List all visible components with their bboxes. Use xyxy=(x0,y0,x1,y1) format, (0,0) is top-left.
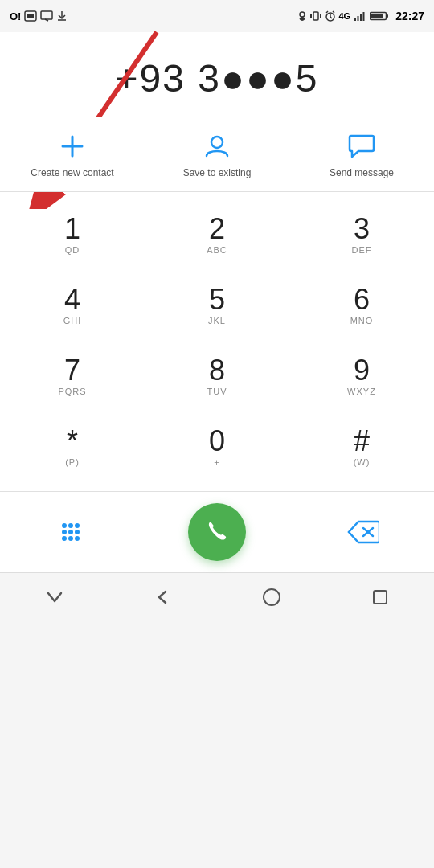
key-5-number: 5 xyxy=(209,285,225,314)
create-new-contact-button[interactable]: Create new contact xyxy=(0,130,145,178)
key-6-letters: MNO xyxy=(350,316,374,327)
screen-icon xyxy=(40,10,53,22)
svg-rect-15 xyxy=(354,18,356,21)
status-right-icons: 4G 22:27 xyxy=(297,10,425,23)
key-9-letters: WXYZ xyxy=(347,387,376,398)
key-1-letters: QD xyxy=(65,245,80,256)
svg-line-14 xyxy=(333,11,334,13)
svg-rect-16 xyxy=(358,16,359,21)
back-icon xyxy=(154,588,172,606)
dialpad-grid: 1 QD 2 ABC 3 DEF 4 GHI 5 JKL 6 MNO 7 PQR… xyxy=(0,200,434,483)
person-icon xyxy=(201,130,233,162)
backspace-icon xyxy=(347,520,379,544)
phone-display: +93 3●●●5 xyxy=(0,32,434,117)
key-star-letters: (P) xyxy=(65,457,80,469)
vibrate-icon xyxy=(310,10,321,22)
nav-recent-button[interactable] xyxy=(360,581,400,613)
svg-rect-20 xyxy=(371,14,383,18)
alarm-icon xyxy=(325,10,336,22)
sim-icon xyxy=(24,10,37,22)
nav-back-button[interactable] xyxy=(143,581,183,613)
chevron-down-icon xyxy=(45,591,64,604)
signal-4g-icon: 4G xyxy=(339,11,351,21)
time-display: 22:27 xyxy=(395,10,424,23)
signal-bars-icon xyxy=(354,11,366,21)
key-7-number: 7 xyxy=(64,356,80,385)
svg-point-33 xyxy=(62,536,67,541)
key-2-number: 2 xyxy=(209,215,225,244)
svg-point-32 xyxy=(75,530,80,534)
key-hash[interactable]: # (W) xyxy=(289,412,434,483)
svg-rect-21 xyxy=(387,14,388,18)
send-message-label: Send message xyxy=(330,167,394,178)
dialpad-dots-icon xyxy=(56,518,85,547)
svg-line-13 xyxy=(326,11,328,13)
key-7-letters: PQRS xyxy=(58,387,86,398)
key-0-letters: + xyxy=(214,457,219,469)
phone-number: +93 3●●●5 xyxy=(16,56,418,100)
svg-point-27 xyxy=(62,523,67,528)
svg-point-30 xyxy=(62,530,67,534)
svg-rect-17 xyxy=(360,14,362,21)
key-1[interactable]: 1 QD xyxy=(0,200,145,271)
dialpad-container: 1 QD 2 ABC 3 DEF 4 GHI 5 JKL 6 MNO 7 PQR… xyxy=(0,192,434,491)
svg-point-34 xyxy=(68,536,73,541)
nav-dropdown-button[interactable] xyxy=(35,581,75,613)
key-8[interactable]: 8 TUV xyxy=(145,342,289,412)
key-3-letters: DEF xyxy=(352,245,372,256)
home-circle-icon xyxy=(262,588,281,607)
key-3[interactable]: 3 DEF xyxy=(289,200,434,271)
backspace-button[interactable] xyxy=(339,508,387,556)
location-icon xyxy=(297,10,307,22)
key-4-number: 4 xyxy=(64,285,80,314)
svg-rect-1 xyxy=(27,14,34,18)
key-0[interactable]: 0 + xyxy=(145,412,289,483)
svg-point-29 xyxy=(75,523,80,528)
nav-home-button[interactable] xyxy=(252,581,292,613)
nav-bar xyxy=(0,572,434,620)
save-to-existing-label: Save to existing xyxy=(183,167,252,178)
action-row: Create new contact Save to existing Send… xyxy=(0,117,434,192)
download-icon xyxy=(56,10,68,22)
key-9-number: 9 xyxy=(354,356,370,385)
key-6[interactable]: 6 MNO xyxy=(289,271,434,342)
call-button[interactable] xyxy=(188,503,246,561)
svg-point-6 xyxy=(300,12,305,17)
key-5[interactable]: 5 JKL xyxy=(145,271,289,342)
key-2-letters: ABC xyxy=(207,245,227,256)
key-star-number: * xyxy=(67,427,78,456)
svg-line-12 xyxy=(330,17,332,18)
svg-rect-2 xyxy=(41,11,52,19)
key-0-number: 0 xyxy=(209,427,225,456)
svg-point-31 xyxy=(68,530,73,534)
phone-icon xyxy=(203,518,231,547)
status-left-icons: O! xyxy=(10,10,68,23)
key-2[interactable]: 2 ABC xyxy=(145,200,289,271)
key-6-number: 6 xyxy=(354,285,370,314)
chat-icon xyxy=(346,130,378,162)
key-8-letters: TUV xyxy=(207,387,227,398)
save-to-existing-button[interactable]: Save to existing xyxy=(145,130,289,178)
key-4-letters: GHI xyxy=(63,316,82,327)
send-message-button[interactable]: Send message xyxy=(289,130,434,178)
key-1-number: 1 xyxy=(64,215,80,244)
plus-icon xyxy=(56,130,88,162)
recent-square-icon xyxy=(371,588,389,606)
key-hash-number: # xyxy=(354,427,370,456)
svg-point-35 xyxy=(75,536,80,541)
key-7[interactable]: 7 PQRS xyxy=(0,342,145,412)
create-new-contact-label: Create new contact xyxy=(31,167,113,178)
svg-point-38 xyxy=(264,589,280,605)
battery-icon xyxy=(370,11,389,21)
bottom-actions xyxy=(0,491,434,572)
key-4[interactable]: 4 GHI xyxy=(0,271,145,342)
o-icon: O! xyxy=(10,10,21,23)
svg-rect-18 xyxy=(363,12,365,21)
key-3-number: 3 xyxy=(354,215,370,244)
dialpad-toggle-button[interactable] xyxy=(47,508,95,556)
status-bar: O! 4G xyxy=(0,0,434,32)
key-star[interactable]: * (P) xyxy=(0,412,145,483)
key-5-letters: JKL xyxy=(208,316,226,327)
svg-rect-39 xyxy=(374,591,387,604)
key-9[interactable]: 9 WXYZ xyxy=(289,342,434,412)
